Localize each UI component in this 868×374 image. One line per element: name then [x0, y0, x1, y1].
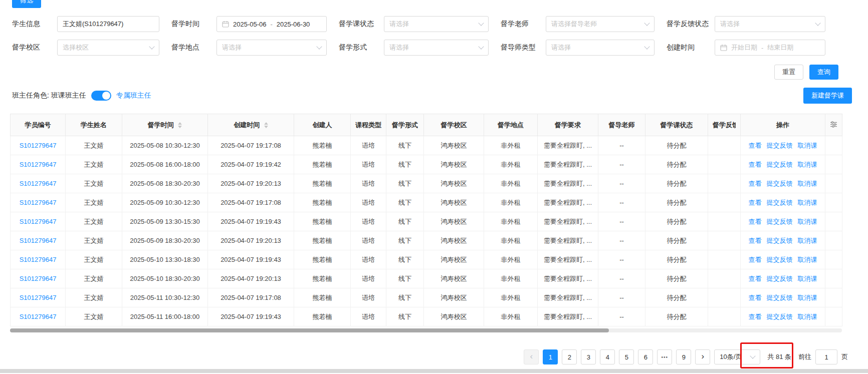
action-link-2[interactable]: 提交反馈	[767, 294, 793, 301]
role-toggle-switch[interactable]	[91, 91, 111, 101]
action-link-3[interactable]: 取消课	[798, 294, 817, 301]
page-number-1[interactable]: 1	[543, 349, 558, 364]
cell-time: 2025-05-11 10:30-12:30	[122, 288, 208, 307]
cell-id[interactable]: S101279647	[11, 250, 66, 269]
cell-creator: 熊若楠	[294, 155, 351, 174]
sort-icons[interactable]	[264, 122, 268, 128]
filter-feedback-status: 督学反馈状态 请选择	[667, 16, 845, 32]
cell-id[interactable]: S101279647	[11, 212, 66, 231]
filter-campus: 督学校区 选择校区	[12, 40, 171, 56]
cell-created: 2025-04-07 19:19:43	[208, 307, 294, 326]
page-number-5[interactable]: 5	[619, 349, 634, 364]
cell-settings	[825, 174, 842, 193]
action-link-1[interactable]: 查看	[749, 313, 762, 320]
action-link-2[interactable]: 提交反馈	[767, 161, 793, 168]
action-link-1[interactable]: 查看	[749, 161, 762, 168]
action-link-2[interactable]: 提交反馈	[767, 180, 793, 187]
cell-id[interactable]: S101279647	[11, 155, 66, 174]
action-link-2[interactable]: 提交反馈	[767, 256, 793, 263]
page-number-4[interactable]: 4	[600, 349, 615, 364]
action-link-1[interactable]: 查看	[749, 256, 762, 263]
table-horizontal-scrollbar[interactable]	[10, 328, 842, 332]
action-link-3[interactable]: 取消课	[798, 218, 817, 225]
action-link-1[interactable]: 查看	[749, 180, 762, 187]
date-separator: -	[271, 21, 273, 28]
exclusive-head-teacher-link[interactable]: 专属班主任	[116, 91, 151, 100]
student-info-input[interactable]	[57, 16, 159, 32]
page-ellipsis[interactable]: •••	[657, 349, 672, 364]
create-time-range-picker[interactable]: 开始日期 - 结束日期	[715, 40, 825, 56]
cell-form: 线下	[386, 288, 424, 307]
cell-id[interactable]: S101279647	[11, 307, 66, 326]
action-link-2[interactable]: 提交反馈	[767, 142, 793, 149]
prev-page-button[interactable]: ‹	[524, 349, 539, 364]
page-number-6[interactable]: 6	[638, 349, 653, 364]
cell-feedback	[708, 193, 741, 212]
action-link-1[interactable]: 查看	[749, 275, 762, 282]
cell-created: 2025-04-07 19:20:13	[208, 269, 294, 288]
cell-id[interactable]: S101279647	[11, 231, 66, 250]
next-page-button[interactable]: ›	[695, 349, 710, 364]
col-supervise-time[interactable]: 督学时间	[122, 114, 208, 136]
action-link-3[interactable]: 取消课	[798, 199, 817, 206]
supervisor-type-select[interactable]: 请选择	[546, 40, 655, 56]
action-link-1[interactable]: 查看	[749, 199, 762, 206]
col-create-time[interactable]: 创建时间	[208, 114, 294, 136]
cell-status: 待分配	[645, 155, 708, 174]
goto-page-input[interactable]	[815, 349, 837, 364]
action-link-2[interactable]: 提交反馈	[767, 275, 793, 282]
scrollbar-thumb[interactable]	[10, 328, 609, 332]
cell-feedback	[708, 231, 741, 250]
cell-course_type: 语培	[351, 212, 386, 231]
column-settings-icon[interactable]	[825, 114, 842, 136]
action-link-3[interactable]: 取消课	[798, 161, 817, 168]
cell-id[interactable]: S101279647	[11, 269, 66, 288]
action-link-3[interactable]: 取消课	[798, 180, 817, 187]
cell-id[interactable]: S101279647	[11, 288, 66, 307]
action-link-1[interactable]: 查看	[749, 142, 762, 149]
action-link-3[interactable]: 取消课	[798, 313, 817, 320]
sort-icons[interactable]	[178, 122, 182, 128]
filter-teacher: 督学老师 请选择督导老师	[501, 16, 667, 32]
action-link-2[interactable]: 提交反馈	[767, 199, 793, 206]
search-button[interactable]: 查询	[809, 65, 838, 80]
cell-course_type: 语培	[351, 250, 386, 269]
course-status-select[interactable]: 请选择	[384, 16, 489, 32]
cell-course_type: 语培	[351, 136, 386, 155]
cell-operations: 查看提交反馈取消课	[741, 174, 825, 193]
action-link-3[interactable]: 取消课	[798, 237, 817, 244]
action-link-3[interactable]: 取消课	[798, 275, 817, 282]
action-link-1[interactable]: 查看	[749, 218, 762, 225]
teacher-select[interactable]: 请选择督导老师	[546, 16, 655, 32]
action-link-3[interactable]: 取消课	[798, 256, 817, 263]
location-select[interactable]: 请选择	[216, 40, 327, 56]
top-partial-button[interactable]: 筛选	[12, 0, 41, 8]
page-horizontal-scrollbar[interactable]	[0, 369, 868, 373]
action-link-1[interactable]: 查看	[749, 294, 762, 301]
page-size-select[interactable]: 10条/页	[714, 349, 760, 364]
action-link-2[interactable]: 提交反馈	[767, 313, 793, 320]
campus-label: 督学校区	[12, 43, 57, 52]
page-number-2[interactable]: 2	[562, 349, 577, 364]
supervise-time-range-picker[interactable]: 2025-05-06 - 2025-06-30	[216, 16, 327, 32]
action-link-2[interactable]: 提交反馈	[767, 218, 793, 225]
action-link-1[interactable]: 查看	[749, 237, 762, 244]
action-link-2[interactable]: 提交反馈	[767, 237, 793, 244]
reset-button[interactable]: 重置	[774, 65, 803, 80]
form-type-select[interactable]: 请选择	[384, 40, 489, 56]
start-date-placeholder: 开始日期	[731, 43, 757, 52]
new-supervision-course-button[interactable]: 新建督学课	[803, 88, 852, 104]
campus-select[interactable]: 选择校区	[57, 40, 159, 56]
page-number-9[interactable]: 9	[676, 349, 691, 364]
cell-id[interactable]: S101279647	[11, 193, 66, 212]
cell-id[interactable]: S101279647	[11, 174, 66, 193]
cell-campus: 鸿寿校区	[424, 288, 484, 307]
cell-creator: 熊若楠	[294, 136, 351, 155]
cell-creator: 熊若楠	[294, 193, 351, 212]
chevron-down-icon	[316, 44, 322, 49]
action-link-3[interactable]: 取消课	[798, 142, 817, 149]
page-number-3[interactable]: 3	[581, 349, 596, 364]
col-campus: 督学校区	[424, 114, 484, 136]
cell-id[interactable]: S101279647	[11, 136, 66, 155]
feedback-status-select[interactable]: 请选择	[715, 16, 825, 32]
